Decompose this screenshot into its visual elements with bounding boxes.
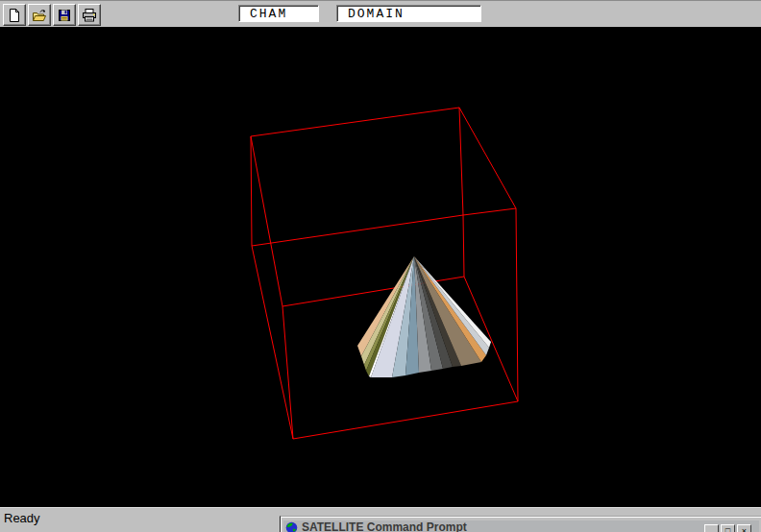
cone-object (357, 256, 491, 377)
satellite-globe-icon (285, 521, 298, 532)
satellite-window[interactable]: SATELLITE Command Prompt _□× (280, 516, 761, 532)
open-folder-icon (32, 8, 47, 23)
minimize-button[interactable]: _ (704, 524, 719, 532)
close-button[interactable]: × (737, 524, 751, 532)
print-button[interactable] (78, 4, 101, 26)
scene-canvas (0, 27, 761, 507)
window-controls: _□× (704, 524, 751, 532)
domain-wireframe-box (251, 108, 518, 439)
application-window: Ready SATELLITE Command Prompt _□× (0, 0, 761, 532)
satellite-window-title: SATELLITE Command Prompt (302, 521, 467, 532)
domain-input[interactable] (336, 5, 481, 22)
satellite-window-titlebar[interactable]: SATELLITE Command Prompt (283, 520, 759, 532)
viewport-3d[interactable] (0, 27, 761, 507)
new-document-icon (7, 8, 22, 23)
status-text: Ready (4, 511, 40, 525)
save-button[interactable] (53, 4, 76, 26)
open-button[interactable] (28, 4, 51, 26)
cham-input[interactable] (238, 5, 319, 22)
new-button[interactable] (3, 4, 26, 26)
maximize-button[interactable]: □ (721, 524, 735, 532)
save-floppy-icon (57, 8, 72, 23)
toolbar (0, 0, 761, 27)
print-icon (82, 8, 97, 23)
